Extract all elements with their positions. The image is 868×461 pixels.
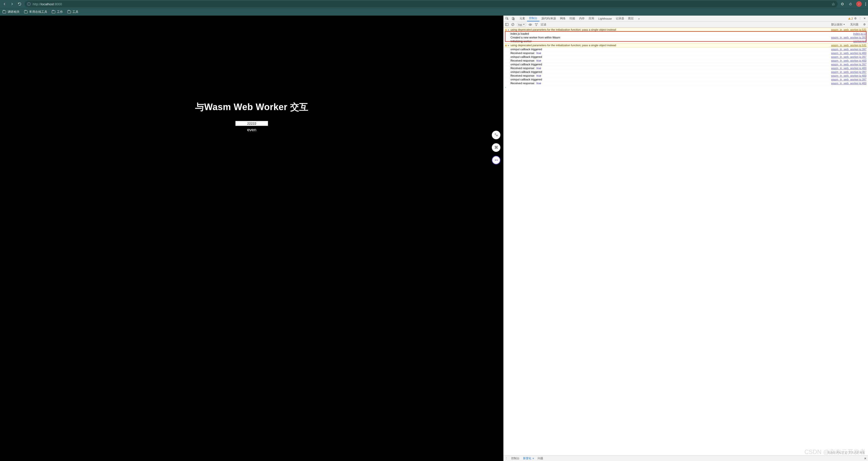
result-text: even	[247, 127, 256, 132]
expand-caret-icon[interactable]: ▸	[508, 44, 510, 47]
inspect-icon[interactable]	[505, 17, 509, 21]
bookmark-label: 常用在线工具	[29, 10, 47, 14]
svg-line-6	[512, 24, 514, 25]
forward-button[interactable]	[9, 1, 14, 6]
console-log-row[interactable]: oninput callback triggeredwasm_in_web_wo…	[503, 78, 868, 81]
devtools-tab[interactable]: 应用	[587, 15, 596, 21]
translate-float-button[interactable]	[492, 131, 500, 139]
devtools-drawer: ⋮ 控制台 新变化× 问题 ✕	[503, 456, 868, 461]
expand-caret-icon[interactable]: ▸	[508, 28, 510, 31]
devtools-tab[interactable]: 记录器	[614, 15, 626, 21]
log-source-link[interactable]: wasm_in_web_worker.js:397	[829, 48, 867, 51]
console-settings-icon[interactable]: ⚙	[863, 23, 867, 27]
devtools-tab[interactable]: 性能	[567, 15, 577, 21]
log-source-link[interactable]: wasm_in_web_worker.js:397	[829, 70, 867, 73]
devtools-tab[interactable]: 网络	[558, 15, 567, 21]
console-log-row[interactable]: oninput callback triggeredwasm_in_web_wo…	[503, 55, 868, 59]
console-prompt[interactable]: ›	[503, 85, 868, 89]
warning-icon	[505, 28, 508, 31]
site-info-icon[interactable]: i	[27, 2, 31, 6]
log-source-link[interactable]: wasm_in_web_worker.js:397	[829, 78, 867, 81]
log-source-link[interactable]: wasm_in_web_worker.js:531	[829, 44, 867, 47]
console-output[interactable]: ▸using deprecated parameters for the ini…	[503, 28, 868, 456]
log-message: oninput callback triggered	[510, 70, 829, 73]
bookmark-item[interactable]: 常用在线工具	[24, 10, 47, 14]
browser-toolbar: i http://localhost:8000 ☆ r	[0, 0, 868, 8]
log-message: oninput callback triggered	[510, 48, 829, 51]
console-log-row[interactable]: Created a new worker from within Wasmwas…	[503, 36, 868, 39]
devtools-tab[interactable]: Lighthouse	[596, 15, 614, 21]
devtools-tab[interactable]: 内存	[577, 15, 587, 21]
log-source-link[interactable]: index.js:11	[851, 32, 867, 35]
console-log-row[interactable]: ▸using deprecated parameters for the ini…	[503, 43, 868, 47]
console-log-row[interactable]: oninput callback triggeredwasm_in_web_wo…	[503, 47, 868, 51]
devtools-tab[interactable]: 图层	[626, 15, 636, 21]
bookmark-item[interactable]: 工具	[67, 10, 79, 14]
devtools-panel: 元素控制台源代码/来源网络性能内存应用Lighthouse记录器图层 » 2 ⚙…	[503, 15, 868, 461]
assistant-float-button[interactable]	[492, 156, 500, 164]
drawer-menu-icon[interactable]: ⋮	[505, 457, 508, 460]
console-log-row[interactable]: Received response: truewasm_in_web_worke…	[503, 74, 868, 78]
number-input[interactable]	[235, 121, 268, 126]
star-icon[interactable]: ☆	[832, 2, 835, 6]
log-source-link[interactable]: wasm_in_web_worker.js:531	[829, 28, 867, 31]
log-source-link[interactable]: wasm_in_web_worker.js:397	[829, 55, 867, 58]
log-source-link[interactable]: wasm_in_web_worker.js:400	[829, 74, 867, 77]
reload-button[interactable]	[17, 1, 22, 6]
log-message: using deprecated parameters for the init…	[510, 44, 829, 47]
devtools-tab[interactable]: 控制台	[527, 15, 539, 21]
console-filter-bar: top▼ 过滤 默认级别▼ 无问题 ⚙	[503, 22, 868, 28]
extensions-icon[interactable]	[848, 2, 852, 6]
log-source-link[interactable]: wasm_in_web_worker.js:400	[829, 82, 867, 85]
console-log-row[interactable]: oninput callback triggeredwasm_in_web_wo…	[503, 70, 868, 74]
log-message: oninput callback triggered	[510, 55, 829, 58]
log-source-link[interactable]: worker.js:6	[851, 40, 867, 43]
log-source-link[interactable]: wasm_in_web_worker.js:400	[829, 59, 867, 62]
settings-icon[interactable]: ⚙	[854, 17, 858, 21]
devtools-tab[interactable]: 源代码/来源	[539, 15, 558, 21]
browser-menu-icon[interactable]	[865, 2, 866, 6]
filter-label[interactable]: 过滤	[540, 23, 546, 26]
issues-label[interactable]: 无问题	[850, 23, 859, 26]
log-source-link[interactable]: wasm_in_web_worker.js:400	[829, 67, 867, 70]
clear-console-icon[interactable]	[511, 23, 515, 26]
profile-avatar[interactable]: r	[856, 1, 862, 7]
devtools-tab[interactable]: 元素	[518, 15, 527, 21]
log-source-link[interactable]: wasm_in_web_worker.js:400	[829, 52, 867, 55]
console-log-row[interactable]: oninput callback triggeredwasm_in_web_wo…	[503, 63, 868, 66]
sidebar-toggle-icon[interactable]	[505, 23, 508, 26]
devtools-menu-icon[interactable]: ⋮	[858, 17, 862, 21]
live-expression-icon[interactable]	[529, 23, 532, 26]
drawer-tab-console[interactable]: 控制台	[511, 457, 520, 460]
grid-float-button[interactable]: ⌘	[492, 143, 500, 152]
console-log-row[interactable]: Received response: truewasm_in_web_worke…	[503, 81, 868, 85]
log-source-link[interactable]: wasm_in_web_worker.js:397	[829, 36, 867, 39]
console-log-row[interactable]: ▸using deprecated parameters for the ini…	[503, 28, 868, 32]
drawer-tab-changes[interactable]: 新变化×	[523, 457, 534, 460]
warning-badge[interactable]: 2	[848, 17, 853, 20]
drawer-tab-issues[interactable]: 问题	[537, 457, 543, 460]
back-button[interactable]	[2, 1, 7, 6]
folder-icon	[2, 10, 6, 13]
log-source-link[interactable]: wasm_in_web_worker.js:397	[829, 63, 867, 66]
close-devtools-icon[interactable]: ✕	[863, 17, 867, 21]
console-log-row[interactable]: Received response: truewasm_in_web_worke…	[503, 51, 868, 55]
address-bar[interactable]: i http://localhost:8000 ☆	[25, 1, 838, 7]
context-selector[interactable]: top▼	[517, 23, 526, 26]
page-content: 与Wasm Web Worker 交互 even ⌘	[0, 15, 503, 461]
log-message: Received response: true	[510, 59, 829, 62]
record-icon[interactable]	[840, 2, 845, 6]
svg-rect-3	[505, 23, 508, 26]
console-log-row[interactable]: Received response: truewasm_in_web_worke…	[503, 59, 868, 63]
filter-icon[interactable]	[534, 23, 538, 26]
bookmark-item[interactable]: 工作	[52, 10, 63, 14]
drawer-close-icon[interactable]: ✕	[864, 457, 867, 460]
log-level-selector[interactable]: 默认级别▼	[831, 23, 845, 26]
console-log-row[interactable]: Received response: truewasm_in_web_worke…	[503, 66, 868, 70]
console-log-row[interactable]: Initializing workerworker.js:6	[503, 39, 868, 43]
device-icon[interactable]	[511, 17, 516, 21]
log-message: Initializing worker	[510, 40, 851, 43]
console-log-row[interactable]: index.js loadedindex.js:11	[503, 32, 868, 36]
bookmark-item[interactable]: 调研相关	[2, 10, 20, 14]
more-tabs-icon[interactable]: »	[636, 15, 642, 21]
